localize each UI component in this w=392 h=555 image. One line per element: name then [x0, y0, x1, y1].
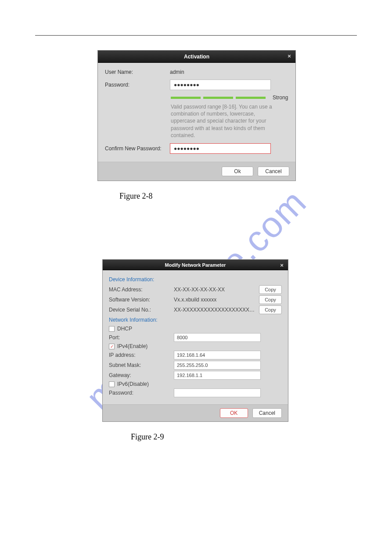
- password-strength-meter: Strong: [171, 94, 288, 101]
- gateway-input[interactable]: [174, 371, 261, 380]
- network-info-section-label: Network Information:: [109, 317, 282, 323]
- strength-bar-1: [171, 97, 201, 99]
- mac-address-value: XX-XX-XX-XX-XX-XX: [174, 287, 256, 293]
- username-value: admin: [170, 69, 184, 75]
- dialog-footer: Ok Cancel: [98, 162, 295, 181]
- dhcp-label: DHCP: [117, 326, 132, 332]
- password-input[interactable]: [170, 80, 271, 90]
- strength-bar-3: [236, 97, 266, 99]
- software-version-value: Vx.x.xbuild xxxxxx: [174, 297, 256, 303]
- figure-2-8-caption: Figure 2-8: [119, 192, 296, 201]
- dialog-body: User Name: admin Password: Strong Valid …: [98, 63, 295, 162]
- copy-mac-button[interactable]: Copy: [259, 285, 282, 294]
- figure-2-9-caption: Figure 2-9: [131, 432, 288, 442]
- confirm-password-label: Confirm New Password:: [105, 145, 170, 152]
- serial-label: Device Serial No.:: [109, 307, 174, 313]
- ipv4-checkbox[interactable]: ✓: [109, 344, 115, 349]
- username-label: User Name:: [105, 69, 170, 75]
- port-input[interactable]: [174, 333, 261, 342]
- ipv6-checkbox[interactable]: [109, 381, 115, 387]
- ip-address-label: IP address:: [109, 352, 174, 358]
- password-hint: Valid password range [8-16]. You can use…: [171, 103, 281, 139]
- strength-label: Strong: [273, 94, 288, 101]
- ipv4-label: IPv4(Enable): [117, 343, 147, 349]
- ok-button[interactable]: Ok: [222, 167, 253, 176]
- dialog-titlebar: Activation ×: [98, 51, 295, 63]
- dhcp-checkbox[interactable]: [109, 326, 115, 332]
- figure-2-9-container: Modify Network Parameter × Device Inform…: [102, 259, 288, 442]
- net-password-label: Password:: [109, 390, 174, 396]
- copy-serial-button[interactable]: Copy: [259, 305, 282, 314]
- ipv6-label: IPv6(Disable): [117, 381, 149, 387]
- strength-bar-2: [203, 97, 233, 99]
- dialog-titlebar: Modify Network Parameter ×: [103, 260, 288, 270]
- dialog-footer: OK Cancel: [103, 404, 288, 421]
- password-label: Password:: [105, 82, 170, 88]
- close-icon[interactable]: ×: [278, 262, 285, 269]
- cancel-button[interactable]: Cancel: [252, 408, 282, 418]
- ip-address-input[interactable]: [174, 351, 261, 359]
- port-label: Port:: [109, 334, 174, 341]
- software-version-label: Software Version:: [109, 297, 174, 303]
- mac-address-label: MAC Address:: [109, 287, 174, 293]
- serial-value: XX-XXXXXXXXXXXXXXXXXXXXXXXXXXXXXXX: [174, 307, 256, 313]
- horizontal-rule: [35, 35, 357, 36]
- dialog-title: Activation: [184, 54, 209, 60]
- activation-dialog: Activation × User Name: admin Password: …: [97, 50, 296, 181]
- figure-2-8-container: Activation × User Name: admin Password: …: [97, 50, 296, 201]
- gateway-label: Gateway:: [109, 372, 174, 378]
- copy-software-button[interactable]: Copy: [259, 295, 282, 304]
- device-info-section-label: Device Information:: [109, 276, 282, 283]
- close-icon[interactable]: ×: [286, 53, 293, 60]
- subnet-mask-label: Subnet Mask:: [109, 362, 174, 368]
- cancel-button[interactable]: Cancel: [258, 167, 289, 176]
- ok-button[interactable]: OK: [220, 408, 248, 418]
- net-password-input[interactable]: [174, 388, 261, 397]
- subnet-mask-input[interactable]: [174, 361, 261, 370]
- confirm-password-input[interactable]: [170, 143, 271, 154]
- modify-network-dialog: Modify Network Parameter × Device Inform…: [102, 259, 288, 422]
- dialog-title: Modify Network Parameter: [165, 262, 226, 268]
- dialog-body: Device Information: MAC Address: XX-XX-X…: [103, 270, 288, 404]
